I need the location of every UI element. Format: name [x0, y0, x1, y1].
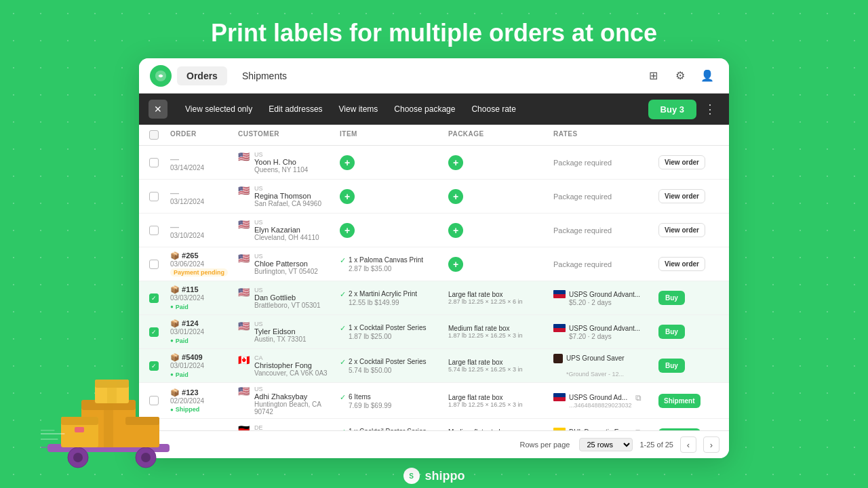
- checkbox-input[interactable]: [149, 158, 159, 167]
- svg-rect-12: [75, 427, 84, 432]
- customer-cell: 🇺🇸 US Yoon H. Cho Queens, NY 1104: [234, 148, 336, 176]
- customer-name: Adhi Zhaksybay: [254, 392, 332, 401]
- prev-page-button[interactable]: ‹: [680, 436, 696, 453]
- checkbox-input[interactable]: [149, 260, 159, 269]
- bulk-buy-button[interactable]: Buy 3: [648, 100, 696, 119]
- customer-flag: 🇺🇸: [238, 287, 250, 298]
- item-verified-icon: ✓: [340, 358, 346, 367]
- action-cell: Buy: [654, 356, 729, 375]
- shipment-button[interactable]: Shipment: [658, 394, 701, 408]
- package-name: Medium flat rate box: [448, 428, 545, 430]
- row-checkbox[interactable]: [142, 257, 166, 272]
- checkbox-input[interactable]: ✓: [149, 327, 159, 337]
- checkbox-input[interactable]: [149, 192, 159, 201]
- tracking-number: ...34648488829023032: [569, 402, 632, 409]
- customer-country: US: [254, 287, 321, 293]
- view-order-button[interactable]: View order: [658, 155, 705, 169]
- copy-tracking-icon[interactable]: ⧉: [635, 428, 642, 430]
- view-order-button[interactable]: View order: [658, 257, 705, 271]
- settings-icon[interactable]: ⚙: [669, 65, 691, 87]
- order-number: —: [170, 154, 230, 164]
- add-package-button[interactable]: +: [448, 257, 463, 272]
- row-checkbox[interactable]: ✓: [142, 325, 166, 340]
- buy-button[interactable]: Buy: [658, 325, 685, 339]
- view-order-button[interactable]: View order: [658, 223, 705, 237]
- col-item: ITEM: [336, 125, 444, 145]
- svg-rect-14: [125, 417, 159, 425]
- view-selected-button[interactable]: View selected only: [177, 102, 260, 117]
- customer-name: Tyler Eidson: [254, 327, 307, 336]
- add-package-button[interactable]: +: [448, 189, 463, 204]
- grid-view-icon[interactable]: ⊞: [642, 65, 664, 87]
- customer-name: Chloe Patterson: [254, 260, 318, 268]
- carrier-name: USPS Ground Ad...: [569, 393, 632, 402]
- svg-rect-9: [104, 400, 113, 447]
- rate-cell: USPS Ground Advant... $5.20 · 2 days: [549, 287, 654, 309]
- copy-tracking-icon[interactable]: ⧉: [635, 393, 642, 403]
- package-name: Large flat rate box: [448, 394, 545, 401]
- checkbox-input[interactable]: ✓: [149, 293, 159, 303]
- package-name: Large flat rate box: [448, 291, 545, 298]
- order-cell: — 03/10/2024: [166, 219, 234, 242]
- orders-table: — 03/14/2024 🇺🇸 US Yoon H. Cho Queens, N…: [139, 146, 729, 430]
- item-verified-icon: ✓: [340, 393, 346, 402]
- customer-flag: 🇨🇦: [238, 354, 250, 365]
- table-row: — 02/20/2024 🇩🇪 DE Johannah Augustine Fr…: [139, 419, 729, 430]
- rows-per-page-select[interactable]: 25 rows 50 rows 100 rows: [579, 438, 633, 451]
- customer-flag: 🇺🇸: [238, 185, 250, 196]
- view-order-button[interactable]: View order: [658, 189, 705, 203]
- order-icon: 📦: [170, 319, 180, 327]
- view-items-button[interactable]: View items: [331, 102, 387, 117]
- shipment-button[interactable]: Shipment: [658, 428, 701, 430]
- checkbox-input[interactable]: [149, 226, 159, 235]
- row-checkbox[interactable]: ✓: [142, 291, 166, 306]
- package-dims: 5.74 lb 12.25 × 16.25 × 3 in: [448, 366, 545, 373]
- customer-location: Vancouver, CA V6K 0A3: [254, 369, 328, 377]
- action-bar-more-icon[interactable]: ⋮: [701, 100, 719, 119]
- rate-cell: USPS Ground Advant... $7.20 · 2 days: [549, 321, 654, 343]
- tab-shipments[interactable]: Shipments: [233, 66, 296, 85]
- customer-location: Queens, NY 1104: [254, 166, 308, 174]
- buy-button[interactable]: Buy: [658, 291, 685, 305]
- customer-flag: 🇺🇸: [238, 219, 250, 230]
- col-action: [654, 125, 729, 145]
- buy-button[interactable]: Buy: [658, 359, 685, 373]
- action-cell: View order: [654, 186, 729, 206]
- user-icon[interactable]: 👤: [696, 65, 718, 87]
- usps-icon: [553, 324, 566, 332]
- column-headers: ORDER CUSTOMER ITEM PACKAGE RATES: [139, 125, 729, 146]
- package-cell: +: [444, 254, 549, 274]
- row-checkbox[interactable]: [142, 223, 166, 238]
- customer-country: US: [254, 253, 318, 260]
- package-cell: Medium flat rate box 1.87 lb 12.25 × 16.…: [444, 322, 549, 342]
- customer-location: San Rafael, CA 94960: [254, 200, 321, 207]
- add-package-button[interactable]: +: [448, 223, 463, 238]
- row-checkbox[interactable]: [142, 155, 166, 170]
- close-selection-button[interactable]: ✕: [149, 100, 167, 119]
- item-cell: ✓ 6 Items 7.69 lb $69.99: [336, 390, 444, 412]
- item-cell: +: [336, 220, 444, 241]
- package-dims: 2.87 lb 12.25 × 12.25 × 6 in: [448, 298, 545, 305]
- customer-flag: 🇺🇸: [238, 253, 250, 264]
- edit-addresses-button[interactable]: Edit addresses: [260, 102, 330, 117]
- package-cell: Large flat rate box 1.87 lb 12.25 × 16.2…: [444, 391, 549, 411]
- order-number: 📦 #124: [170, 319, 230, 328]
- item-cell: ✓ 1 x Paloma Canvas Print 2.87 lb $35.00: [336, 253, 444, 275]
- tab-orders[interactable]: Orders: [177, 66, 227, 85]
- row-checkbox[interactable]: [142, 189, 166, 204]
- customer-country: US: [254, 185, 321, 192]
- add-package-button[interactable]: +: [448, 155, 463, 170]
- choose-rate-button[interactable]: Choose rate: [463, 102, 524, 117]
- usps-icon: [553, 393, 566, 401]
- add-item-button[interactable]: +: [340, 223, 355, 238]
- action-cell: Shipment: [654, 426, 729, 430]
- customer-location: Burlington, VT 05402: [254, 268, 318, 275]
- item-description: 1 x Cocktail Poster Series: [349, 323, 427, 333]
- add-item-button[interactable]: +: [340, 155, 355, 170]
- add-item-button[interactable]: +: [340, 189, 355, 204]
- table-row: — 03/14/2024 🇺🇸 US Yoon H. Cho Queens, N…: [139, 146, 729, 180]
- next-page-button[interactable]: ›: [703, 436, 719, 453]
- carrier-name: DHL Domestic E...: [569, 428, 632, 430]
- svg-point-4: [73, 453, 83, 462]
- choose-package-button[interactable]: Choose package: [386, 102, 463, 117]
